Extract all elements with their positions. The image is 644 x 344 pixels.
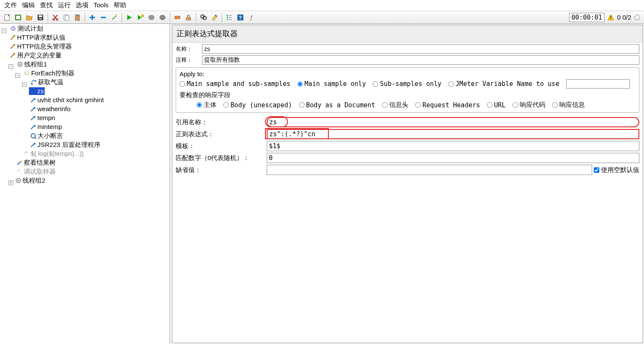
field-radio-code[interactable]: 响应代码 [513,101,545,109]
tree-extractor[interactable]: mintemp [29,123,63,131]
svg-rect-18 [227,15,228,16]
name-input[interactable] [202,44,639,54]
template-input[interactable] [267,141,639,151]
menu-tools[interactable]: Tools [92,1,110,10]
tree-assertion[interactable]: 大小断言 [29,132,64,140]
tree-toggle[interactable]: + [9,181,13,185]
tree-extractor-zs[interactable]: zs [29,87,45,95]
paste-icon[interactable] [72,12,83,23]
svg-point-29 [11,26,15,31]
stop-icon[interactable] [146,12,157,23]
field-radio-body-unescaped[interactable]: Body (unescaped) [223,101,292,109]
tree-results-tree[interactable]: 察看结果树 [15,159,57,166]
clear-search-icon[interactable] [209,12,220,23]
svg-text:ƒ: ƒ [250,14,253,21]
menu-options[interactable]: 选项 [74,1,90,10]
open-icon[interactable] [24,12,35,23]
svg-rect-14 [175,16,180,19]
field-radio-body[interactable]: 主体 [197,101,217,109]
thread-count: 0 0/2 [617,14,631,21]
cut-icon[interactable] [50,12,61,23]
tree-http-headers[interactable]: HTTP信息头管理器 [9,43,73,50]
help-icon[interactable]: ? [235,12,246,23]
tree-extractor[interactable]: uvhit cthit xchint gmhint [29,96,105,104]
tree-label: 线程组1 [24,60,47,68]
field-radio-url[interactable]: URL [487,101,506,109]
new-template-icon[interactable] [13,12,24,23]
menu-file[interactable]: 文件 [3,1,19,10]
tree-jsr223[interactable]: JSR223 后置处理程序 [29,141,101,149]
tree-toggle[interactable]: − [22,82,27,87]
comment-input[interactable] [202,55,639,65]
tree-toggle[interactable]: − [15,73,20,78]
clear-icon[interactable] [183,12,194,23]
svg-rect-21 [229,15,232,16]
svg-rect-11 [76,14,79,16]
tree-http-defaults[interactable]: HTTP请求默认值 [9,34,66,41]
regex-input[interactable] [267,129,639,139]
tree-label: 大小断言 [37,132,63,140]
shutdown-icon[interactable] [157,12,168,23]
match-no-input[interactable] [267,153,639,163]
tree-label: 用户定义的变量 [17,52,62,59]
new-file-icon[interactable] [2,12,13,23]
run-icon[interactable] [124,12,135,23]
minus-icon[interactable] [98,12,109,23]
tree-toggle[interactable]: − [2,29,6,33]
tree-label: 调试取样器 [24,168,56,175]
menu-help[interactable]: 帮助 [112,1,128,10]
tree-foreach[interactable]: ForEach控制器 [23,69,75,77]
name-label: 名称： [176,45,199,53]
gc-icon[interactable] [634,14,641,21]
search-icon[interactable] [198,12,209,23]
apply-radio-sub[interactable]: Sub-samples only [373,80,442,88]
tree-toggle[interactable]: − [9,64,13,69]
svg-point-13 [141,14,144,17]
apply-radio-main-sub[interactable]: Main sample and sub-samples [180,80,291,88]
apply-radio-var[interactable]: JMeter Variable Name to use [448,80,559,88]
tree-label: 线程组2 [23,177,45,184]
warning-icon[interactable]: ! [607,14,615,21]
svg-rect-5 [39,18,42,20]
apply-to-title: Apply to: [180,70,635,77]
tree-sampler[interactable]: 获取气温 [29,78,64,86]
ref-name-label: 引用名称： [176,118,265,126]
tree-user-vars[interactable]: 用户定义的变量 [9,52,63,59]
tree-label: 测试计划 [17,25,43,32]
field-radio-headers[interactable]: 信息头 [382,101,408,109]
field-radio-message[interactable]: 响应信息 [552,101,585,109]
field-radio-req-headers[interactable]: Request Headers [415,101,480,109]
tree-log[interactable]: ${ log(${tempn}...)} [22,150,85,158]
tree-extractor[interactable]: tempn [29,114,56,122]
apply-radio-main[interactable]: Main sample only [297,80,366,88]
content-panel: 正则表达式提取器 名称： 注释： Apply to: Main sample a… [172,25,643,343]
svg-point-12 [116,14,117,16]
test-plan-tree[interactable]: − 测试计划 HTTP请求默认值 HTTP信息头管理器 用户定义的变量 − 线程… [0,24,170,344]
menu-edit[interactable]: 编辑 [20,1,37,10]
svg-rect-4 [39,15,42,17]
elapsed-timer: 00:00:01 [569,13,604,22]
plus-icon[interactable] [87,12,98,23]
field-radio-body-doc[interactable]: Body as a Document [299,101,376,109]
svg-rect-9 [65,16,69,20]
toggle-icon[interactable] [172,12,183,23]
tree-test-plan[interactable]: 测试计划 [9,25,44,32]
use-empty-checkbox[interactable]: 使用空默认值 [594,166,639,174]
tree-debug-sampler[interactable]: 调试取样器 [15,168,57,175]
svg-rect-2 [16,16,20,19]
apply-var-input[interactable] [566,79,630,89]
tree-thread-group-2[interactable]: 线程组2 [14,177,46,184]
tree-label: HTTP请求默认值 [17,34,66,41]
save-icon[interactable] [35,12,46,23]
function-icon[interactable]: ƒ [246,12,257,23]
menu-search[interactable]: 查找 [38,1,54,10]
run-noTimers-icon[interactable] [135,12,146,23]
copy-icon[interactable] [61,12,72,23]
checklist-icon[interactable] [224,12,235,23]
wand-icon[interactable] [109,12,120,23]
menu-run[interactable]: 运行 [56,1,72,10]
tree-extractor[interactable]: weatherinfo [29,105,71,113]
tree-thread-group-1[interactable]: 线程组1 [16,60,48,68]
ref-name-input[interactable] [267,117,639,127]
default-input[interactable] [267,165,592,175]
